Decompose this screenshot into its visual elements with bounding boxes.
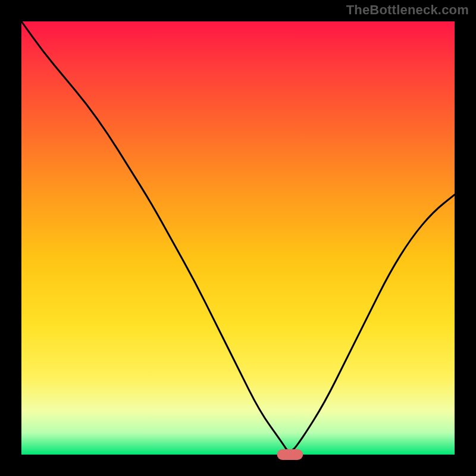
bottleneck-chart <box>0 0 476 476</box>
watermark-text: TheBottleneck.com <box>346 2 469 18</box>
optimal-marker <box>277 449 303 460</box>
chart-container: TheBottleneck.com <box>0 0 476 476</box>
plot-background <box>21 21 455 455</box>
